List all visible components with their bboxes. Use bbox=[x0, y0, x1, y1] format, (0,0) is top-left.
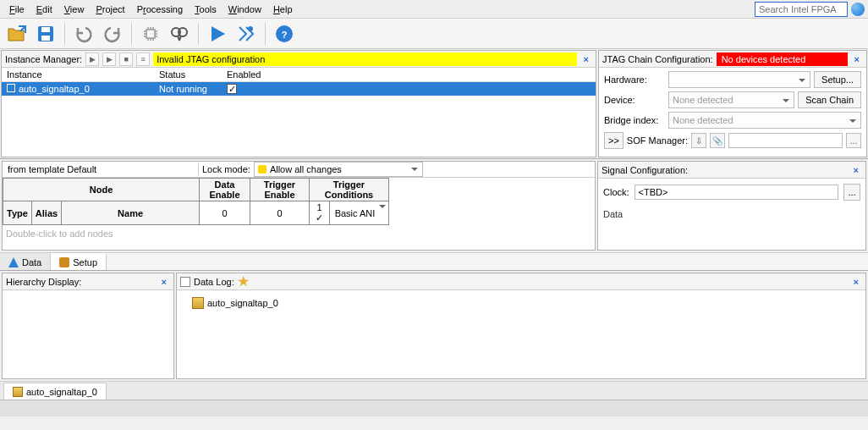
datalog-item-label: auto_signaltap_0 bbox=[207, 298, 278, 308]
lock-icon bbox=[258, 165, 266, 174]
menu-help[interactable]: Help bbox=[267, 3, 299, 16]
close-icon[interactable]: × bbox=[851, 54, 863, 64]
open-file-button[interactable] bbox=[5, 22, 29, 46]
trigger-cond-header: Trigger Conditions bbox=[310, 179, 389, 201]
hardware-label: Hardware: bbox=[604, 74, 665, 85]
menu-project[interactable]: Project bbox=[90, 3, 130, 16]
menu-bar: File Edit View Project Processing Tools … bbox=[0, 0, 868, 19]
globe-icon[interactable] bbox=[851, 3, 865, 16]
instance-status: Not running bbox=[154, 82, 222, 96]
chip-button[interactable] bbox=[139, 22, 162, 46]
trigger-enable-value[interactable]: 0 bbox=[250, 201, 310, 225]
menu-edit[interactable]: Edit bbox=[30, 3, 58, 16]
lockmode-label: Lock mode: bbox=[202, 164, 250, 174]
bottom-tab-signaltap[interactable]: auto_signaltap_0 bbox=[3, 383, 107, 400]
im-btn2[interactable]: ▶ bbox=[102, 52, 116, 66]
hardware-combo[interactable] bbox=[668, 71, 810, 88]
menu-tools[interactable]: Tools bbox=[189, 3, 222, 16]
svg-rect-1 bbox=[41, 27, 50, 32]
menu-window[interactable]: Window bbox=[222, 3, 267, 16]
instance-icon bbox=[7, 84, 15, 92]
redo-button[interactable] bbox=[101, 22, 124, 46]
menu-processing[interactable]: Processing bbox=[131, 3, 189, 16]
data-tab-icon bbox=[8, 257, 19, 267]
help-button[interactable]: ? bbox=[272, 22, 296, 46]
bottom-tabs: auto_signaltap_0 bbox=[0, 381, 868, 400]
search-input[interactable] bbox=[755, 2, 848, 17]
lockmode-value: Allow all changes bbox=[270, 164, 342, 174]
lockmode-combo[interactable]: Allow all changes bbox=[254, 162, 423, 177]
svg-rect-2 bbox=[41, 36, 50, 41]
node-panel: from template Default Lock mode: Allow a… bbox=[2, 161, 596, 251]
datalog-item[interactable]: auto_signaltap_0 bbox=[182, 295, 860, 311]
no-devices-message: No devices detected bbox=[717, 52, 848, 66]
close-icon[interactable]: × bbox=[580, 54, 592, 64]
close-icon[interactable]: × bbox=[158, 277, 170, 287]
signal-config-panel: Signal Configuration: × Clock: ... Data bbox=[597, 161, 866, 251]
hierarchy-title: Hierarchy Display: bbox=[6, 277, 81, 287]
close-icon[interactable]: × bbox=[850, 165, 862, 175]
type-header: Type bbox=[3, 201, 32, 225]
scan-chain-button[interactable]: Scan Chain bbox=[798, 91, 861, 108]
sof-browse-button[interactable]: ... bbox=[846, 133, 861, 148]
instance-table: Instance Status Enabled auto_signaltap_0… bbox=[2, 68, 596, 96]
save-button[interactable] bbox=[34, 22, 58, 46]
sof-manager-label: SOF Manager: bbox=[627, 135, 688, 146]
col-status: Status bbox=[154, 68, 222, 82]
add-nodes-hint[interactable]: Double-click to add nodes bbox=[3, 225, 595, 242]
signaltap-icon bbox=[192, 297, 204, 309]
close-icon[interactable]: × bbox=[850, 277, 862, 287]
fwd-button[interactable]: >> bbox=[604, 132, 624, 149]
status-bar bbox=[0, 400, 868, 416]
im-btn3[interactable]: ■ bbox=[119, 52, 133, 66]
device-combo[interactable]: None detected bbox=[668, 91, 794, 108]
instance-name: auto_signaltap_0 bbox=[19, 84, 90, 94]
invalid-jtag-message: Invalid JTAG configuration bbox=[153, 52, 576, 66]
tab-setup[interactable]: Setup bbox=[51, 253, 107, 270]
instance-row[interactable]: auto_signaltap_0 Not running ✓ bbox=[2, 82, 596, 96]
col-instance: Instance bbox=[2, 68, 154, 82]
bridge-label: Bridge index: bbox=[604, 115, 665, 125]
setup-button[interactable]: Setup... bbox=[814, 71, 861, 88]
sof-attach-icon[interactable]: 📎 bbox=[710, 133, 725, 148]
enabled-checkbox[interactable]: ✓ bbox=[227, 84, 237, 94]
clock-browse-button[interactable]: ... bbox=[843, 184, 860, 201]
signaltap-icon bbox=[13, 387, 23, 397]
sof-path-input[interactable] bbox=[728, 133, 843, 148]
datalog-checkbox[interactable] bbox=[180, 277, 190, 287]
hierarchy-panel: Hierarchy Display: × bbox=[2, 273, 174, 379]
tab-data[interactable]: Data bbox=[0, 253, 51, 270]
data-log-panel: Data Log: × auto_signaltap_0 bbox=[176, 273, 866, 379]
svg-text:?: ? bbox=[282, 30, 288, 40]
run-button[interactable] bbox=[206, 22, 229, 46]
node-header: Node bbox=[3, 179, 200, 201]
sof-download-icon[interactable]: ⇩ bbox=[691, 133, 706, 148]
instance-manager-title: Instance Manager: bbox=[5, 54, 82, 64]
data-log-title: Data Log: bbox=[194, 277, 234, 287]
im-btn1[interactable]: ▶ bbox=[85, 52, 99, 66]
instance-manager-panel: Instance Manager: ▶ ▶ ■ ≡ Invalid JTAG c… bbox=[1, 50, 596, 157]
template-label: from template Default bbox=[3, 163, 199, 176]
data-section-label: Data bbox=[603, 209, 860, 219]
svg-point-6 bbox=[248, 26, 253, 31]
setup-tab-icon bbox=[59, 257, 69, 267]
find-button[interactable] bbox=[168, 22, 191, 46]
star-icon[interactable] bbox=[238, 276, 250, 288]
clock-label: Clock: bbox=[603, 187, 629, 197]
menu-file[interactable]: File bbox=[3, 3, 30, 16]
bridge-combo[interactable]: None detected bbox=[668, 112, 861, 129]
im-btn4[interactable]: ≡ bbox=[136, 52, 150, 66]
tc-check[interactable]: 1 ✓ bbox=[310, 201, 330, 225]
compile-button[interactable] bbox=[234, 22, 258, 46]
alias-header: Alias bbox=[31, 201, 61, 225]
tc-mode-combo[interactable]: Basic ANI bbox=[330, 201, 389, 225]
toolbar: ? bbox=[0, 19, 868, 49]
menu-view[interactable]: View bbox=[58, 3, 91, 16]
name-header: Name bbox=[62, 201, 200, 225]
device-label: Device: bbox=[604, 95, 665, 105]
clock-input[interactable] bbox=[635, 185, 838, 200]
jtag-title: JTAG Chain Configuration: bbox=[602, 54, 713, 64]
node-table: Node Data Enable Trigger Enable Trigger … bbox=[3, 178, 389, 225]
undo-button[interactable] bbox=[72, 22, 96, 46]
data-enable-value[interactable]: 0 bbox=[200, 201, 250, 225]
